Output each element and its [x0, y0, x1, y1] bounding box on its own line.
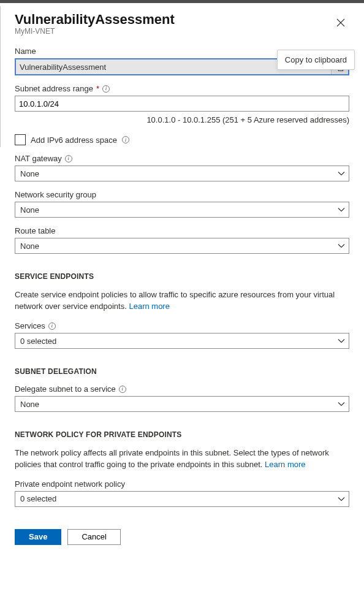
delegation-field: Delegate subnet to a service i None — [15, 384, 349, 412]
learn-more-link[interactable]: Learn more — [265, 460, 305, 469]
route-table-field: Route table None — [15, 226, 349, 254]
panel-footer: Save Cancel — [0, 522, 364, 556]
private-endpoint-policy-label: Private endpoint network policy — [15, 479, 349, 489]
services-field: Services i 0 selected — [15, 321, 349, 349]
private-endpoint-policy-select[interactable]: 0 selected — [15, 491, 349, 507]
info-icon[interactable]: i — [119, 386, 126, 393]
learn-more-link[interactable]: Learn more — [129, 302, 169, 311]
info-icon[interactable]: i — [102, 85, 110, 93]
chevron-down-icon — [338, 400, 345, 408]
subnet-range-input[interactable] — [15, 96, 349, 112]
subnet-range-label: Subnet address range — [15, 84, 93, 93]
nsg-select[interactable]: None — [15, 202, 349, 218]
service-endpoints-heading: SERVICE ENDPOINTS — [15, 272, 349, 281]
info-icon[interactable]: i — [122, 136, 129, 143]
nat-gateway-select[interactable]: None — [15, 166, 349, 181]
delegation-label: Delegate subnet to a service — [15, 384, 116, 394]
chevron-down-icon — [338, 206, 345, 213]
required-marker: * — [96, 84, 99, 93]
nat-gateway-label: NAT gateway — [15, 154, 62, 163]
services-select[interactable]: 0 selected — [15, 333, 349, 349]
save-button[interactable]: Save — [15, 529, 61, 545]
nsg-value: None — [20, 205, 39, 215]
delegation-value: None — [20, 400, 39, 409]
panel-header: VulnerabilityAssessment MyMI-VNET — [0, 3, 364, 38]
info-icon[interactable]: i — [65, 155, 72, 162]
private-endpoints-desc: The network policy affects all private e… — [15, 448, 349, 471]
chevron-down-icon — [338, 495, 345, 503]
private-endpoint-policy-field: Private endpoint network policy 0 select… — [15, 479, 349, 507]
panel-title: VulnerabilityAssessment — [15, 12, 175, 28]
close-icon — [336, 18, 345, 27]
private-endpoints-heading: NETWORK POLICY FOR PRIVATE ENDPOINTS — [15, 430, 349, 439]
panel-subtitle: MyMI-VNET — [15, 27, 175, 36]
nat-gateway-field: NAT gateway i None — [15, 154, 349, 181]
nsg-field: Network security group None — [15, 190, 349, 218]
subnet-range-helper: 10.0.1.0 - 10.0.1.255 (251 + 5 Azure res… — [15, 115, 349, 124]
subnet-edit-panel: VulnerabilityAssessment MyMI-VNET Copy t… — [0, 3, 364, 556]
info-icon[interactable]: i — [48, 322, 56, 330]
chevron-down-icon — [338, 242, 345, 250]
ipv6-checkbox[interactable] — [15, 134, 26, 145]
chevron-down-icon — [338, 337, 345, 345]
services-label: Services — [15, 321, 45, 330]
ipv6-label: Add IPv6 address space — [31, 135, 117, 145]
nsg-label: Network security group — [15, 190, 349, 199]
delegation-select[interactable]: None — [15, 396, 349, 412]
chevron-down-icon — [338, 170, 345, 177]
subnet-delegation-heading: SUBNET DELEGATION — [15, 367, 349, 376]
ipv6-row: Add IPv6 address space i — [15, 134, 349, 145]
service-endpoints-desc-text: Create service endpoint policies to allo… — [15, 290, 335, 311]
route-table-select[interactable]: None — [15, 238, 349, 254]
route-table-label: Route table — [15, 226, 349, 235]
route-table-value: None — [20, 242, 39, 251]
cancel-button[interactable]: Cancel — [67, 529, 120, 545]
close-button[interactable] — [332, 14, 349, 31]
nat-gateway-value: None — [20, 169, 39, 178]
subnet-range-field: Subnet address range * i 10.0.1.0 - 10.0… — [15, 84, 349, 124]
service-endpoints-desc: Create service endpoint policies to allo… — [15, 289, 349, 313]
services-value: 0 selected — [20, 337, 56, 346]
copy-tooltip: Copy to clipboard — [277, 50, 355, 70]
private-endpoint-policy-value: 0 selected — [20, 494, 56, 503]
